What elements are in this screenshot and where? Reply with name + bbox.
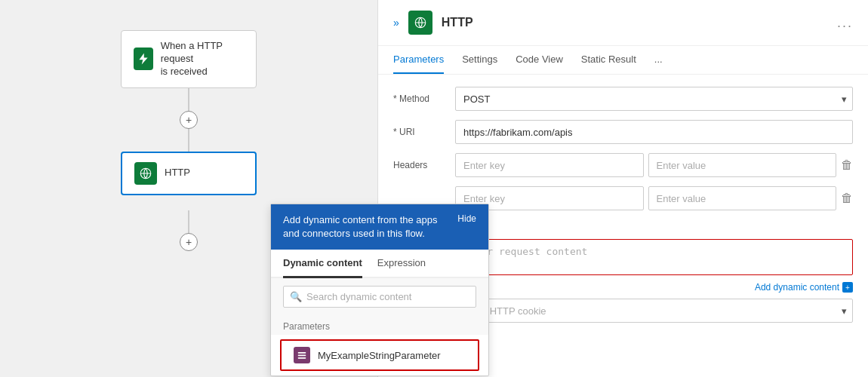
tab-dynamic-content[interactable]: Dynamic content	[283, 250, 362, 278]
headers-row-1: Headers 🗑	[393, 153, 853, 177]
add-between-button[interactable]: +	[180, 111, 198, 129]
svg-rect-1	[298, 352, 306, 354]
headers-inputs-1: 🗑	[455, 153, 853, 177]
popup-header: Add dynamic content from the apps and co…	[271, 204, 488, 250]
tab-static-result[interactable]: Static Result	[581, 46, 636, 74]
tab-more[interactable]: ...	[654, 46, 663, 74]
popup-hide-link[interactable]: Hide	[457, 213, 476, 224]
body-input[interactable]	[455, 239, 853, 275]
body-field-wrapper: Add dynamic content +	[455, 239, 853, 277]
popup-header-text: Add dynamic content from the apps and co…	[283, 213, 448, 241]
http-node-icon	[134, 162, 157, 185]
method-select[interactable]: POST GET PUT DELETE	[455, 87, 853, 111]
http-node-label: HTTP	[165, 167, 190, 179]
headers-label: Headers	[393, 160, 446, 170]
add-dynamic-plus-icon: +	[842, 282, 853, 293]
http-node[interactable]: HTTP	[121, 152, 257, 195]
panel-header: » HTTP ...	[378, 0, 868, 46]
search-input[interactable]	[306, 287, 469, 307]
connector-2	[188, 129, 189, 152]
svg-rect-2	[298, 355, 306, 357]
add-dynamic-link[interactable]: Add dynamic content +	[755, 282, 853, 293]
add-after-button[interactable]: +	[180, 233, 198, 251]
connector-3	[188, 210, 189, 233]
workflow-canvas: When a HTTP request is received + HTTP +…	[0, 0, 377, 377]
cookie-input[interactable]	[455, 299, 853, 323]
tab-settings[interactable]: Settings	[462, 46, 497, 74]
tab-parameters[interactable]: Parameters	[393, 46, 444, 74]
method-select-wrapper: POST GET PUT DELETE ▾	[455, 87, 853, 111]
parameter-icon	[294, 347, 310, 363]
tab-expression[interactable]: Expression	[377, 250, 426, 278]
method-row: * Method POST GET PUT DELETE ▾	[393, 87, 853, 111]
search-icon: 🔍	[290, 291, 302, 302]
panel-title: HTTP	[442, 16, 828, 29]
header-key-1[interactable]	[455, 153, 644, 177]
popup-section-label: Parameters	[271, 315, 488, 335]
add-dynamic-label: Add dynamic content	[755, 282, 839, 293]
connector-1	[188, 88, 189, 111]
dynamic-content-popup: Add dynamic content from the apps and co…	[270, 204, 489, 376]
svg-rect-3	[298, 357, 306, 359]
popup-search-area: 🔍	[271, 278, 488, 315]
tab-code-view[interactable]: Code View	[516, 46, 563, 74]
uri-row: * URI	[393, 120, 853, 144]
panel-more-button[interactable]: ...	[837, 15, 853, 31]
headers-inputs-2: 🗑	[455, 186, 853, 210]
search-wrapper: 🔍	[283, 286, 476, 308]
panel-title-icon	[408, 11, 432, 35]
parameter-label: MyExampleStringParameter	[318, 350, 441, 361]
header-delete-2[interactable]: 🗑	[841, 192, 853, 205]
popup-tabs: Dynamic content Expression	[271, 250, 488, 278]
trigger-node-label: When a HTTP request is received	[161, 40, 244, 78]
method-label: * Method	[393, 93, 446, 104]
trigger-node-icon	[134, 48, 153, 70]
trigger-node[interactable]: When a HTTP request is received	[121, 30, 257, 88]
header-delete-1[interactable]: 🗑	[841, 158, 853, 172]
uri-label: * URI	[393, 127, 446, 137]
header-value-2[interactable]	[648, 186, 837, 210]
header-value-1[interactable]	[648, 153, 837, 177]
collapse-icon[interactable]: »	[393, 17, 399, 29]
cookie-wrapper: ▾	[455, 299, 853, 323]
dynamic-content-item[interactable]: MyExampleStringParameter	[280, 339, 479, 371]
panel-tabs: Parameters Settings Code View Static Res…	[378, 46, 868, 75]
uri-input[interactable]	[455, 120, 853, 144]
